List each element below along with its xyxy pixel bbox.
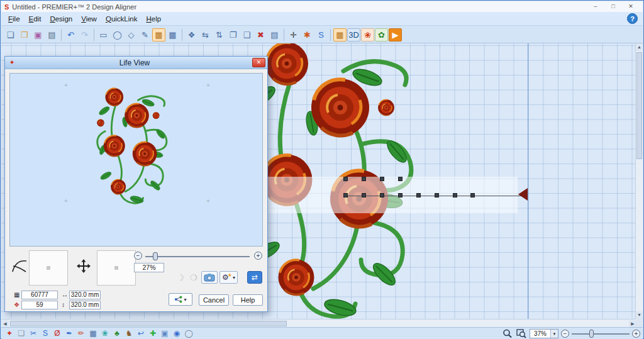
- view-3d-icon[interactable]: 3D: [347, 28, 360, 42]
- selection-handle[interactable]: [435, 193, 439, 197]
- copy-icon[interactable]: ❐: [226, 28, 240, 42]
- scroll-down-arrow[interactable]: ▼: [636, 311, 643, 319]
- brand-s-icon[interactable]: S: [314, 28, 328, 42]
- flower-icon[interactable]: ❀: [99, 328, 111, 339]
- selection-handle[interactable]: [470, 193, 475, 197]
- align-icon[interactable]: ❖: [185, 28, 198, 42]
- animal-icon[interactable]: ♞: [123, 328, 135, 339]
- new-icon[interactable]: ❏: [4, 28, 17, 42]
- scroll-up-arrow[interactable]: ▲: [636, 43, 643, 51]
- zoom-slider-thumb[interactable]: [153, 252, 158, 260]
- corner-arrow-icon[interactable]: ↩: [135, 328, 147, 339]
- magic-wand-icon[interactable]: ✱: [301, 28, 314, 42]
- selection-handle[interactable]: [343, 177, 348, 181]
- help-button[interactable]: Help: [233, 294, 263, 306]
- share-button[interactable]: ▾: [169, 293, 192, 306]
- selection-handle[interactable]: [398, 177, 402, 181]
- vertical-scrollbar[interactable]: ▲ ▼: [635, 43, 643, 319]
- status-zoom-in-button[interactable]: +: [632, 330, 640, 338]
- design-export-icon[interactable]: ✿: [375, 28, 388, 42]
- zoom-out-button[interactable]: −: [134, 252, 142, 260]
- delete-icon[interactable]: ✖: [254, 28, 267, 42]
- vertical-scroll-thumb[interactable]: [636, 52, 642, 159]
- zoom-to-rect-icon[interactable]: [502, 328, 513, 339]
- status-zoom-out-button[interactable]: −: [561, 330, 569, 338]
- undo-icon[interactable]: ↶: [64, 28, 77, 42]
- menu-view[interactable]: View: [77, 13, 101, 25]
- select-ellipse-icon[interactable]: ◯: [111, 28, 124, 42]
- zoom-in-button[interactable]: +: [254, 252, 262, 260]
- export-page-icon[interactable]: ❏: [16, 328, 27, 339]
- menu-help[interactable]: Help: [142, 13, 165, 25]
- dialog-app-icon: ✦: [7, 58, 17, 67]
- selection-handle[interactable]: [362, 193, 366, 197]
- selection-handle[interactable]: [416, 193, 421, 197]
- zoom-slider-track[interactable]: [145, 256, 250, 257]
- horizontal-scrollbar[interactable]: ◀ ▶: [1, 319, 636, 327]
- select-box-icon[interactable]: ▭: [97, 28, 110, 42]
- grid-move-icon[interactable]: ▦: [166, 28, 179, 42]
- print-icon[interactable]: ▤: [45, 28, 58, 42]
- select-freehand-icon[interactable]: ✎: [138, 28, 152, 42]
- help-icon[interactable]: ?: [627, 13, 638, 24]
- dialog-title-bar[interactable]: ✦ Life View ✕: [5, 57, 267, 69]
- design-player-icon[interactable]: ▶: [389, 28, 402, 42]
- status-zoom-track[interactable]: [572, 333, 630, 335]
- grid-toggle-icon[interactable]: ▦: [333, 28, 347, 42]
- minimize-button[interactable]: –: [587, 2, 604, 11]
- selection-handle[interactable]: [380, 177, 384, 181]
- alignment-marker[interactable]: [518, 188, 528, 201]
- redo-icon[interactable]: ↷: [78, 28, 91, 42]
- zoom-level-select[interactable]: 37% ▾: [530, 329, 558, 338]
- status-zoom-slider[interactable]: [572, 330, 630, 338]
- hoop-icon[interactable]: ◯: [183, 328, 194, 339]
- flip-vertical-icon[interactable]: ⇅: [213, 28, 226, 42]
- flip-horizontal-icon[interactable]: ⇆: [199, 28, 212, 42]
- selection-handle[interactable]: [380, 193, 384, 197]
- camera-button[interactable]: [201, 271, 218, 284]
- menu-edit[interactable]: Edit: [25, 13, 46, 25]
- endpoints-icon[interactable]: ✛: [287, 28, 300, 42]
- position-preview-box[interactable]: [97, 250, 136, 286]
- tree-icon[interactable]: ♣: [111, 328, 123, 339]
- menu-design[interactable]: Design: [45, 13, 77, 25]
- glow-effect-icon[interactable]: ☽: [175, 273, 186, 282]
- grid-select-icon[interactable]: ▦: [152, 28, 165, 42]
- background-effect-icon[interactable]: ❍: [188, 273, 199, 282]
- picture-icon[interactable]: ▣: [159, 328, 170, 339]
- module-icons: ✦❏✂SØ✒✏▦❀♣♞↩✚▣◉◯: [4, 328, 194, 339]
- web-icon[interactable]: ◉: [171, 328, 182, 339]
- paste-icon[interactable]: ❑: [240, 28, 253, 42]
- add-icon[interactable]: ✚: [147, 328, 158, 339]
- selection-handle[interactable]: [453, 193, 457, 197]
- open-icon[interactable]: ❒: [18, 28, 31, 42]
- save-icon[interactable]: ▣: [31, 28, 45, 42]
- stop-icon[interactable]: Ø: [52, 328, 63, 339]
- needle-icon[interactable]: ✒: [64, 328, 75, 339]
- selection-handle[interactable]: [398, 193, 402, 197]
- grid-icon[interactable]: ▦: [87, 328, 99, 339]
- brand-s-icon[interactable]: S: [40, 328, 51, 339]
- selection-handle[interactable]: [343, 193, 348, 197]
- cancel-button[interactable]: Cancel: [199, 294, 229, 306]
- scroll-left-arrow[interactable]: ◀: [1, 320, 9, 327]
- maximize-button[interactable]: □: [604, 2, 622, 11]
- premier-logo-icon[interactable]: ✦: [4, 328, 15, 339]
- cut-icon[interactable]: ✂: [28, 328, 39, 339]
- select-polygon-icon[interactable]: ◇: [125, 28, 138, 42]
- design-options-button[interactable]: ⚙ ★ ▾: [219, 271, 238, 284]
- zoom-to-fit-icon[interactable]: [516, 328, 527, 339]
- rotation-preview-box[interactable]: [29, 250, 68, 286]
- status-zoom-thumb[interactable]: [589, 330, 594, 338]
- horizontal-scroll-thumb[interactable]: [10, 321, 287, 326]
- life-view-icon[interactable]: ❀: [361, 28, 374, 42]
- swap-view-button[interactable]: ⇄: [247, 271, 262, 284]
- close-button[interactable]: ✕: [622, 2, 640, 11]
- notes-icon[interactable]: ▤: [268, 28, 281, 42]
- life-view-preview[interactable]: + + + +: [9, 73, 263, 247]
- menu-file[interactable]: File: [4, 13, 25, 25]
- selection-handle[interactable]: [362, 177, 366, 181]
- dialog-close-button[interactable]: ✕: [252, 58, 265, 67]
- marker-icon[interactable]: ✏: [75, 328, 87, 339]
- menu-quicklink[interactable]: QuickLink: [101, 13, 142, 25]
